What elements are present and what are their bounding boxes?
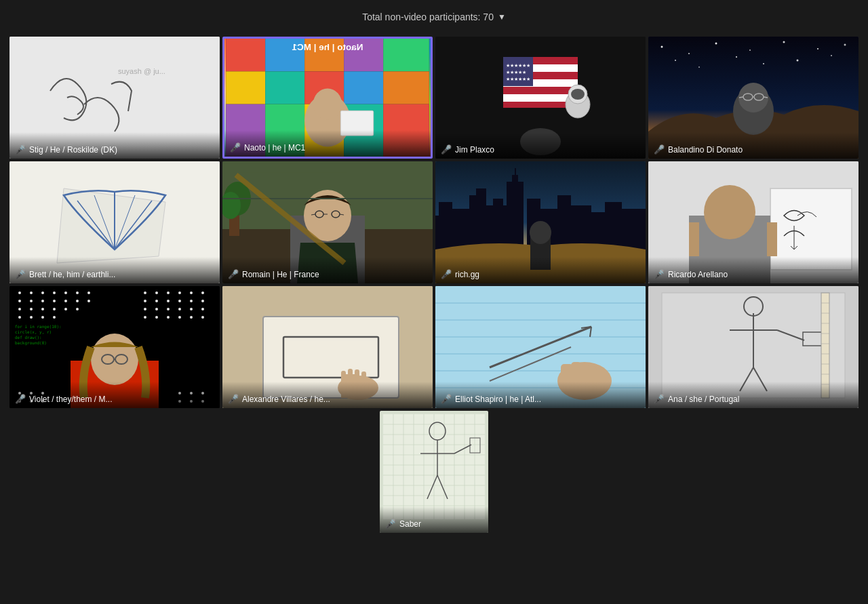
video-cell-elliot: 🎤 Elliot Shapiro | he | Atl... [435, 286, 646, 408]
video-cell-romain: 🎤 Romain | He | France [222, 161, 433, 283]
svg-text:circle(x, y, r): circle(x, y, r) [15, 329, 52, 335]
svg-point-124 [30, 308, 33, 310]
svg-point-156 [144, 316, 146, 319]
name-text-stig: Stig / He / Roskilde (DK) [29, 145, 117, 155]
name-label-rich: 🎤 rich.gg [435, 257, 646, 283]
name-text-ricardo: Ricardo Arellano [668, 270, 728, 279]
svg-text:def draw():: def draw(): [15, 335, 42, 340]
video-cell-alexandre: 🎤 Alexandre Villares / he... [222, 286, 433, 408]
svg-point-105 [704, 185, 755, 239]
svg-rect-106 [767, 222, 777, 256]
mute-icon-romain: 🎤 [228, 269, 239, 279]
bottom-row: 🎤 Saber [0, 411, 868, 536]
mute-icon-jim: 🎤 [441, 144, 452, 155]
svg-rect-3 [226, 39, 265, 71]
svg-point-122 [87, 300, 90, 302]
name-text-violet: Violet / they/them / M... [29, 395, 113, 404]
svg-point-155 [155, 316, 158, 319]
svg-point-154 [167, 316, 170, 319]
svg-point-49 [797, 60, 799, 62]
svg-point-41 [688, 53, 690, 54]
top-bar: Total non-video participants: 70 ▼ [0, 0, 868, 34]
svg-point-42 [715, 43, 717, 45]
svg-rect-9 [265, 71, 304, 104]
video-cell-brett: 🎤 Brett / he, him / earthli... [9, 161, 220, 283]
svg-point-121 [76, 300, 79, 302]
svg-point-147 [18, 316, 21, 319]
svg-point-137 [167, 300, 170, 302]
video-cell-saber: 🎤 Saber [380, 411, 488, 533]
mute-icon-ricardo: 🎤 [654, 269, 665, 279]
mute-icon-alexandre: 🎤 [228, 394, 239, 404]
mute-icon-saber: 🎤 [385, 519, 396, 529]
svg-point-142 [155, 308, 158, 310]
name-text-romain: Romain | He | France [242, 270, 319, 279]
svg-line-57 [739, 97, 743, 98]
svg-point-51 [698, 66, 700, 68]
svg-point-135 [144, 300, 146, 302]
svg-point-130 [155, 291, 158, 294]
svg-point-143 [167, 308, 170, 310]
svg-point-117 [30, 300, 33, 302]
name-text-brett: Brett / he, him / earthli... [29, 270, 115, 279]
name-text-rich: rich.gg [455, 270, 479, 279]
svg-point-127 [64, 308, 67, 310]
svg-rect-107 [689, 222, 699, 256]
svg-point-109 [18, 291, 21, 294]
svg-text:★★★★★: ★★★★★ [506, 70, 526, 75]
svg-point-134 [201, 291, 204, 294]
name-label-ricardo: 🎤 Ricardo Arellano [648, 257, 859, 283]
video-grid: suyash @ ju... 🎤 Stig / He / Roskilde (D… [7, 34, 861, 411]
svg-point-120 [64, 300, 67, 302]
svg-rect-7 [383, 39, 429, 71]
svg-point-111 [41, 291, 44, 294]
svg-point-123 [18, 308, 21, 310]
svg-rect-11 [344, 71, 383, 104]
name-label-naoto: 🎤 Naoto | he | MC1 [224, 130, 431, 157]
svg-point-132 [178, 291, 181, 294]
video-cell-naoto: Naoto | he | MC1 🎤 Naoto | he | MC1 [222, 37, 433, 159]
svg-point-118 [41, 300, 44, 302]
name-label-saber: 🎤 Saber [380, 506, 488, 533]
video-cell-jim: ★★★★★★ ★★★★★ ★★★★★★ 🎤 Jim Plaxco [435, 37, 646, 159]
video-cell-stig: suyash @ ju... 🎤 Stig / He / Roskilde (D… [9, 37, 220, 159]
svg-point-37 [571, 89, 585, 100]
svg-point-146 [201, 308, 204, 310]
svg-point-145 [190, 308, 193, 310]
name-text-alexandre: Alexandre Villares / he... [242, 395, 330, 404]
name-text-balandino: Balandino Di Donato [668, 145, 743, 155]
mute-icon-rich: 🎤 [441, 269, 452, 279]
name-label-balandino: 🎤 Balandino Di Donato [648, 132, 859, 159]
svg-point-115 [87, 291, 90, 294]
name-label-romain: 🎤 Romain | He | France [222, 257, 433, 283]
svg-point-43 [749, 49, 751, 51]
svg-point-141 [144, 308, 146, 310]
svg-text:★★★★★★: ★★★★★★ [506, 63, 530, 68]
svg-point-128 [76, 308, 79, 310]
svg-point-112 [53, 291, 56, 294]
svg-point-144 [178, 308, 181, 310]
dropdown-arrow[interactable]: ▼ [498, 12, 506, 22]
name-label-brett: 🎤 Brett / he, him / earthli... [9, 257, 220, 283]
video-cell-balandino: 🎤 Balandino Di Donato [648, 37, 859, 159]
name-label-elliot: 🎤 Elliot Shapiro | he | Atl... [435, 382, 646, 408]
name-text-naoto: Naoto | he | MC1 [244, 143, 305, 153]
participants-label: Total non-video participants: 70 [362, 12, 494, 22]
svg-point-48 [736, 56, 737, 58]
mute-icon-balandino: 🎤 [654, 144, 665, 155]
name-text-jim: Jim Plaxco [455, 145, 494, 155]
mute-icon-stig: 🎤 [15, 144, 26, 155]
name-text-ana: Ana / she / Portugal [668, 395, 739, 404]
svg-rect-12 [383, 71, 429, 104]
svg-point-19 [313, 88, 342, 119]
svg-point-110 [30, 291, 33, 294]
name-label-stig: 🎤 Stig / He / Roskilde (DK) [9, 132, 220, 159]
svg-point-52 [763, 63, 764, 64]
svg-point-153 [178, 316, 181, 319]
svg-point-150 [53, 316, 56, 319]
name-label-ana: 🎤 Ana / she / Portugal [648, 382, 859, 408]
svg-point-131 [167, 291, 170, 294]
svg-point-114 [76, 291, 79, 294]
svg-text:★★★★★★: ★★★★★★ [506, 77, 530, 81]
svg-point-46 [844, 44, 846, 46]
